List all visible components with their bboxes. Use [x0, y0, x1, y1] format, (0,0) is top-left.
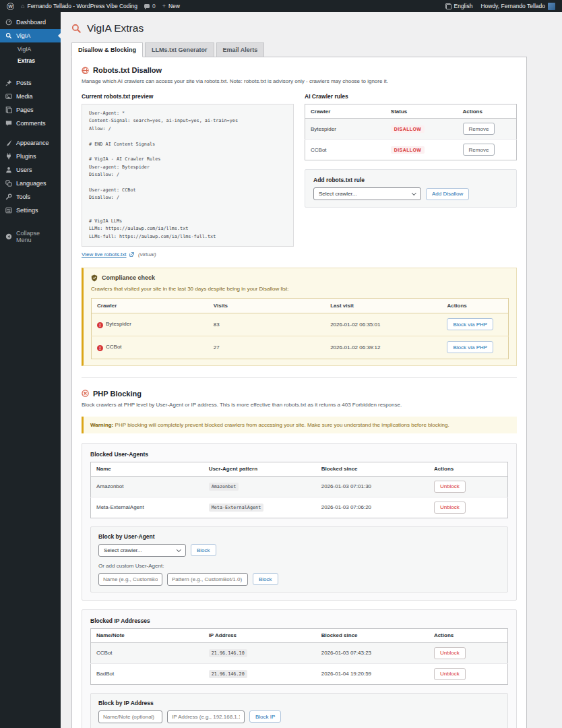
crawler-rules-column: AI Crawler rules Crawler Status Actions …	[305, 93, 517, 208]
language-switcher[interactable]: English	[445, 3, 473, 9]
block-custom-ua-button[interactable]: Block	[253, 573, 278, 585]
admin-bar: ⌂ Fernando Tellado - WordPress Vibe Codi…	[0, 0, 562, 12]
status-badge: DISALLOW	[391, 146, 425, 154]
add-rule-box: Add robots.txt rule Select crawler... Ad…	[305, 169, 517, 208]
alert-icon	[97, 345, 103, 351]
ua-pattern-chip: Meta-ExternalAgent	[209, 504, 264, 512]
unblock-button[interactable]: Unblock	[434, 647, 466, 659]
custom-ua-label: Or add custom User-Agent:	[98, 563, 500, 569]
vigia-magnifier-icon	[71, 24, 82, 34]
robots-txt-preview: User-Agent: * Content-Signal: search=yes…	[82, 104, 294, 247]
block-ua-button[interactable]: Block	[191, 544, 216, 556]
crawler-name: Bytespider	[305, 119, 385, 140]
sidebar-item-tools[interactable]: Tools	[0, 190, 61, 204]
user-icon	[5, 166, 12, 173]
col-last-visit: Last visit	[325, 298, 441, 313]
block-by-ip-title: Block by IP Address	[98, 700, 500, 706]
ip-name-input[interactable]	[98, 710, 162, 723]
tab-llms-generator[interactable]: LLMs.txt Generator	[145, 42, 214, 57]
site-name[interactable]: Fernando Tellado - WordPress Vibe Coding	[27, 3, 137, 9]
sidebar-separator	[0, 70, 61, 76]
custom-ua-pattern-input[interactable]	[167, 573, 248, 586]
sidebar-item-pages[interactable]: Pages	[0, 103, 61, 117]
ua-pattern-chip: Amazonbot	[209, 483, 239, 491]
warning-notice: Warning: PHP blocking will completely pr…	[82, 417, 517, 433]
blocked-ua-title: Blocked User-Agents	[90, 451, 508, 458]
sidebar-item-plugins[interactable]: Plugins	[0, 150, 61, 163]
tab-disallow-blocking[interactable]: Disallow & Blocking	[71, 42, 143, 57]
wordpress-logo-icon[interactable]	[7, 3, 14, 10]
account-menu[interactable]: Howdy, Fernando Tellado	[480, 3, 555, 10]
sidebar-item-users[interactable]: Users	[0, 163, 61, 177]
ua-name: Amazonbot	[91, 476, 204, 497]
admin-sidebar: Dashboard VigIA VigIA Extras Posts Media…	[0, 12, 61, 728]
comments-indicator[interactable]: 0	[144, 3, 156, 9]
translate-squares-icon	[5, 180, 12, 187]
status-badge: DISALLOW	[391, 125, 425, 133]
robots-preview-column: Current robots.txt preview User-Agent: *…	[82, 93, 294, 257]
unblock-button[interactable]: Unblock	[434, 502, 466, 514]
chevron-down-icon	[177, 547, 181, 551]
unblock-button[interactable]: Unblock	[434, 668, 466, 680]
last-visit-time: 2026-01-02 06:39:12	[325, 336, 441, 359]
col-actions: Actions	[429, 462, 508, 476]
ip-chip: 21.96.146.20	[209, 670, 247, 678]
sidebar-subitem-extras[interactable]: Extras	[0, 55, 61, 66]
block-via-php-button[interactable]: Block via PHP	[447, 341, 493, 353]
blocked-ips-table: Name/Note IP Address Blocked since Actio…	[90, 628, 508, 685]
comment-bubble-icon	[144, 4, 150, 8]
ip-address-input[interactable]	[167, 710, 245, 723]
table-row: Meta-ExternalAgent Meta-ExternalAgent 20…	[91, 497, 508, 518]
table-row: Bytespider 83 2026-01-02 06:35:01 Block …	[92, 313, 509, 336]
collapse-menu-button[interactable]: Collapse Menu	[0, 226, 61, 247]
sidebar-item-appearance[interactable]: Appearance	[0, 136, 61, 150]
crawler-name: Bytespider	[106, 321, 131, 327]
ip-name: CCBot	[91, 642, 204, 663]
warning-text: PHP blocking will completely prevent blo…	[115, 422, 449, 428]
col-ip: IP Address	[204, 628, 316, 642]
preview-label: Current robots.txt preview	[82, 93, 294, 100]
view-robots-link[interactable]: View live robots.txt	[82, 251, 127, 257]
user-avatar	[548, 3, 555, 10]
col-name: Name	[91, 462, 204, 476]
ua-crawler-select[interactable]: Select crawler...	[98, 544, 186, 557]
rules-label: AI Crawler rules	[305, 93, 517, 100]
table-row: CCBot 27 2026-01-02 06:39:12 Block via P…	[92, 336, 509, 359]
col-actions: Actions	[441, 298, 508, 313]
col-crawler: Crawler	[305, 104, 385, 119]
remove-button[interactable]: Remove	[463, 144, 495, 156]
crawler-rules-table: Crawler Status Actions Bytespider DISALL…	[305, 104, 517, 160]
blocked-ips-box: Blocked IP Addresses Name/Note IP Addres…	[82, 609, 517, 728]
sidebar-item-media[interactable]: Media	[0, 90, 61, 103]
crawler-select[interactable]: Select crawler...	[313, 187, 421, 200]
site-name-link[interactable]: ⌂ Fernando Tellado - WordPress Vibe Codi…	[21, 3, 137, 9]
blocked-since: 2026-01-04 19:20:59	[316, 663, 429, 684]
warning-label: Warning:	[90, 422, 113, 428]
block-ip-button[interactable]: Block IP	[249, 710, 281, 723]
sidebar-item-comments[interactable]: Comments	[0, 117, 61, 130]
sidebar-item-dashboard[interactable]: Dashboard	[0, 16, 61, 29]
table-row: BadBot 21.96.146.20 2026-01-04 19:20:59 …	[91, 663, 508, 684]
robots-section-description: Manage which AI crawlers can access your…	[82, 78, 517, 84]
col-crawler: Crawler	[92, 298, 208, 313]
comments-count: 0	[152, 3, 156, 9]
howdy-text: Howdy, Fernando Tellado	[480, 3, 545, 9]
home-icon: ⌂	[21, 3, 24, 9]
sidebar-subitem-vigia[interactable]: VigIA	[0, 43, 61, 55]
block-via-php-button[interactable]: Block via PHP	[447, 318, 493, 330]
sidebar-item-settings[interactable]: Settings	[0, 204, 61, 217]
sidebar-item-languages[interactable]: Languages	[0, 177, 61, 190]
col-visits: Visits	[208, 298, 325, 313]
add-disallow-button[interactable]: Add Disallow	[426, 188, 469, 200]
wrench-icon	[5, 193, 12, 200]
unblock-button[interactable]: Unblock	[434, 481, 466, 493]
media-icon	[5, 93, 12, 100]
new-menu[interactable]: + New	[162, 3, 180, 9]
tab-email-alerts[interactable]: Email Alerts	[216, 42, 265, 57]
sidebar-item-posts[interactable]: Posts	[0, 76, 61, 90]
custom-ua-name-input[interactable]	[98, 573, 162, 586]
shield-icon	[91, 274, 98, 282]
sidebar-item-vigia[interactable]: VigIA	[0, 29, 61, 42]
remove-button[interactable]: Remove	[463, 123, 495, 135]
blocked-since: 2026-01-03 07:01:30	[316, 476, 429, 497]
